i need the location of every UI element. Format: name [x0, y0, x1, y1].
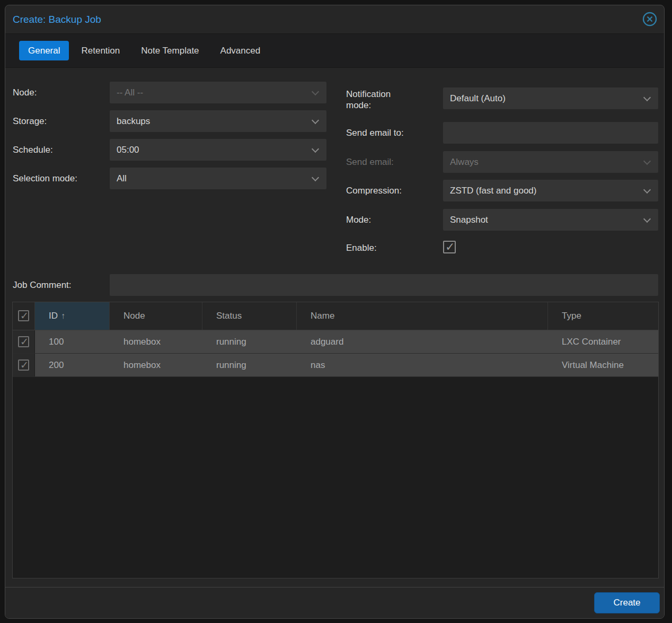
chevron-down-icon[interactable] — [312, 145, 319, 153]
storage-label: Storage: — [13, 116, 47, 127]
close-button[interactable] — [642, 11, 658, 27]
mode-label: Mode: — [346, 214, 371, 225]
dialog-title: Create: Backup Job — [13, 5, 101, 33]
chevron-down-icon — [643, 157, 651, 165]
selection-mode-value: All — [117, 168, 127, 189]
cell-type: LXC Container — [548, 330, 658, 354]
chevron-down-icon[interactable] — [312, 174, 319, 181]
enable-checkbox[interactable] — [443, 241, 456, 253]
selection-mode-select[interactable]: All — [110, 168, 326, 189]
enable-label: Enable: — [346, 242, 377, 253]
column-header-name[interactable]: Name — [297, 302, 548, 330]
tab-bar: General Retention Note Template Advanced — [5, 33, 664, 68]
chevron-down-icon[interactable] — [643, 94, 651, 101]
chevron-down-icon[interactable] — [643, 215, 651, 223]
cell-id: 100 — [35, 330, 110, 354]
select-all-cell[interactable] — [13, 302, 35, 330]
mode-select[interactable]: Snapshot — [443, 209, 658, 231]
table-header: ID↑ Node Status Name Type — [13, 302, 658, 330]
job-comment-label: Job Comment: — [13, 279, 72, 291]
table-row[interactable]: 200 homebox running nas Virtual Machine — [13, 354, 658, 377]
table-row[interactable]: 100 homebox running adguard LXC Containe… — [13, 330, 658, 354]
storage-select[interactable]: backups — [110, 110, 326, 132]
send-email-to-label: Send email to: — [346, 127, 404, 138]
cell-type: Virtual Machine — [548, 354, 658, 377]
notification-mode-label: Notification mode: — [346, 89, 415, 111]
row-checkbox[interactable] — [18, 336, 29, 347]
row-checker-cell[interactable] — [13, 354, 35, 376]
column-header-status[interactable]: Status — [202, 302, 297, 330]
cell-node: homebox — [110, 330, 202, 354]
node-select[interactable]: -- All -- — [110, 82, 326, 103]
selection-mode-label: Selection mode: — [13, 173, 77, 184]
schedule-combo[interactable]: 05:00 — [110, 139, 326, 161]
close-icon — [642, 11, 658, 27]
tab-retention[interactable]: Retention — [72, 41, 129, 60]
chevron-down-icon[interactable] — [312, 117, 319, 124]
row-checker-cell[interactable] — [13, 330, 35, 353]
compression-select[interactable]: ZSTD (fast and good) — [443, 180, 658, 201]
node-value: -- All -- — [117, 82, 143, 103]
chevron-down-icon[interactable] — [312, 88, 319, 95]
node-label: Node: — [13, 87, 37, 98]
notification-mode-select[interactable]: Default (Auto) — [443, 87, 658, 109]
column-header-type[interactable]: Type — [548, 302, 658, 330]
compression-label: Compression: — [346, 185, 402, 196]
cell-name: adguard — [297, 330, 548, 354]
dialog-titlebar: Create: Backup Job — [5, 5, 664, 33]
create-button[interactable]: Create — [594, 592, 660, 613]
sort-asc-icon: ↑ — [61, 311, 65, 320]
cell-status: running — [202, 354, 297, 377]
column-header-id[interactable]: ID↑ — [35, 302, 110, 330]
chevron-down-icon[interactable] — [643, 186, 651, 194]
send-email-value: Always — [450, 151, 479, 173]
tab-note-template[interactable]: Note Template — [132, 41, 208, 60]
select-all-checkbox[interactable] — [18, 310, 29, 321]
schedule-label: Schedule: — [13, 144, 53, 155]
send-email-select[interactable]: Always — [443, 151, 658, 173]
job-comment-input[interactable] — [110, 274, 658, 296]
send-email-to-input[interactable] — [443, 122, 658, 144]
row-checkbox[interactable] — [18, 359, 29, 371]
cell-id: 200 — [35, 354, 110, 377]
column-header-node[interactable]: Node — [110, 302, 202, 330]
storage-value: backups — [117, 110, 150, 132]
tab-general[interactable]: General — [19, 41, 69, 60]
compression-value: ZSTD (fast and good) — [450, 180, 536, 201]
cell-name: nas — [297, 354, 548, 377]
tab-advanced[interactable]: Advanced — [211, 41, 270, 60]
dialog-footer: Create — [5, 587, 664, 618]
send-email-label: Send email: — [346, 156, 394, 168]
mode-value: Snapshot — [450, 209, 488, 231]
notification-mode-value: Default (Auto) — [450, 87, 506, 109]
create-backup-job-dialog: Create: Backup Job General Retention Not… — [5, 5, 665, 619]
cell-status: running — [202, 330, 297, 354]
cell-node: homebox — [110, 354, 202, 377]
guest-table: ID↑ Node Status Name Type 100 homebox ru… — [12, 302, 659, 578]
schedule-value: 05:00 — [117, 139, 139, 161]
